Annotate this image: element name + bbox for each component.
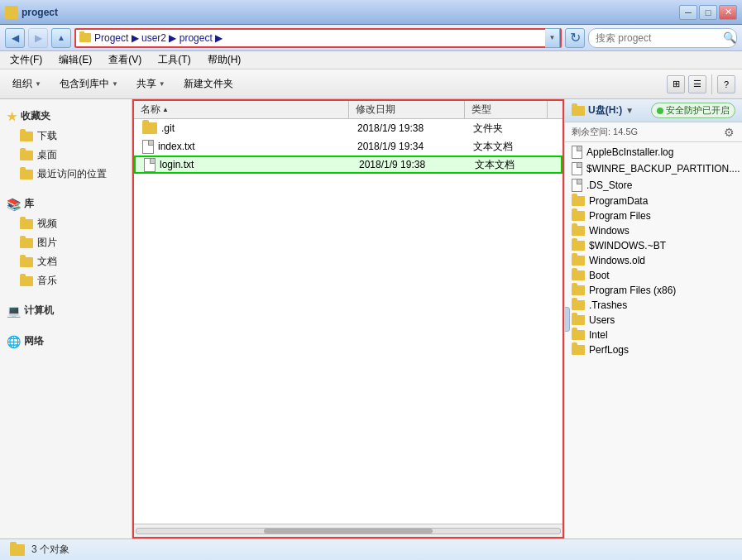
toolbar-separator: [711, 74, 712, 94]
help-button[interactable]: ?: [717, 75, 735, 93]
collapse-button[interactable]: ›: [564, 307, 570, 332]
right-file-item[interactable]: Intel: [565, 328, 742, 342]
sort-arrow-icon: ▲: [162, 106, 169, 113]
close-button[interactable]: ✕: [719, 5, 737, 20]
sidebar-item-pictures[interactable]: 图片: [0, 233, 132, 252]
file-row[interactable]: index.txt 2018/1/9 19:34 文本文档: [134, 137, 562, 156]
right-file-item[interactable]: .Trashes: [565, 298, 742, 313]
sidebar-item-recent[interactable]: 最近访问的位置: [0, 165, 132, 184]
menu-view[interactable]: 查看(V): [105, 51, 145, 69]
security-dot: [657, 108, 663, 114]
menu-bar: 文件(F) 编辑(E) 查看(V) 工具(T) 帮助(H): [0, 51, 742, 69]
address-path: Progect ▶ user2 ▶ progect ▶: [94, 32, 223, 44]
back-button[interactable]: ◀: [5, 28, 25, 48]
organize-button[interactable]: 组织 ▼: [7, 74, 47, 94]
sidebar-item-documents[interactable]: 文档: [0, 252, 132, 271]
doc-icon: [142, 140, 154, 154]
sidebar-computer-header[interactable]: 💻 计算机: [0, 300, 132, 321]
search-input[interactable]: [596, 32, 720, 44]
security-badge: 安全防护已开启: [651, 103, 735, 118]
sidebar-libraries-header[interactable]: 📚 库: [0, 194, 132, 214]
file-name: Windows.old: [589, 255, 645, 266]
folder-icon: [572, 285, 585, 295]
toolbar-right: ⊞ ☰ ?: [667, 74, 735, 94]
new-folder-button[interactable]: 新建文件夹: [178, 74, 239, 94]
folder-icon: [572, 345, 585, 355]
right-file-item[interactable]: $WINDOWS.~BT: [565, 238, 742, 253]
sidebar-downloads-label: 下载: [37, 129, 57, 143]
sidebar-item-video[interactable]: 视频: [0, 214, 132, 233]
right-file-item[interactable]: Program Files (x86): [565, 283, 742, 298]
right-panel-header: U盘(H:) ▼ 安全防护已开启: [565, 99, 742, 122]
scroll-track: [136, 528, 561, 534]
new-folder-label: 新建文件夹: [184, 77, 233, 91]
sidebar-network-header[interactable]: 🌐 网络: [0, 331, 132, 352]
menu-edit[interactable]: 编辑(E): [55, 51, 95, 69]
dropdown-icon[interactable]: ▼: [625, 106, 634, 115]
horizontal-scrollbar[interactable]: [134, 524, 562, 537]
address-dropdown[interactable]: ▼: [545, 28, 560, 48]
minimize-button[interactable]: ─: [679, 5, 697, 20]
right-file-item[interactable]: Windows: [565, 223, 742, 238]
sidebar-music-label: 音乐: [37, 274, 57, 288]
file-name: login.txt: [160, 159, 194, 170]
right-file-item[interactable]: Windows.old: [565, 253, 742, 268]
sidebar-item-music[interactable]: 音乐: [0, 271, 132, 290]
toolbar: 组织 ▼ 包含到库中 ▼ 共享 ▼ 新建文件夹 ⊞ ☰ ?: [0, 69, 742, 99]
right-file-item[interactable]: ProgramData: [565, 194, 742, 208]
share-arrow: ▼: [159, 80, 165, 88]
file-name: Program Files (x86): [589, 285, 676, 296]
sidebar-item-desktop[interactable]: 桌面: [0, 146, 132, 165]
file-name: PerfLogs: [589, 344, 629, 356]
right-file-item[interactable]: Users: [565, 313, 742, 328]
menu-tools[interactable]: 工具(T): [155, 51, 194, 69]
forward-button[interactable]: ▶: [28, 28, 48, 48]
col-header-name[interactable]: 名称 ▲: [134, 101, 349, 118]
gear-button[interactable]: ⚙: [724, 126, 739, 141]
right-file-item[interactable]: $WINRE_BACKUP_PARTITION....: [565, 160, 742, 177]
status-item-count: 3 个对象: [31, 543, 69, 557]
share-button[interactable]: 共享 ▼: [131, 74, 171, 94]
doc-icon: [572, 146, 582, 159]
sidebar-item-downloads[interactable]: 下载: [0, 127, 132, 146]
file-row[interactable]: .git 2018/1/9 19:38 文件夹: [134, 119, 562, 137]
search-box: 🔍: [588, 28, 737, 48]
file-list-header: 名称 ▲ 修改日期 类型: [134, 101, 562, 119]
storage-info: 剩余空间: 14.5G: [565, 122, 742, 142]
file-type: 文件夹: [467, 120, 549, 137]
view-details-button[interactable]: ☰: [688, 75, 706, 93]
organize-arrow: ▼: [35, 80, 41, 88]
scroll-thumb[interactable]: [264, 529, 433, 534]
col-type-label: 类型: [472, 103, 491, 117]
view-toggle-button[interactable]: ⊞: [667, 75, 685, 93]
menu-file[interactable]: 文件(F): [7, 51, 45, 69]
right-file-item[interactable]: .DS_Store: [565, 177, 742, 194]
sidebar-favorites-header[interactable]: ★ 收藏夹: [0, 106, 132, 127]
folder-icon: [142, 122, 157, 134]
sidebar-computer-section: 💻 计算机: [0, 300, 132, 321]
menu-help[interactable]: 帮助(H): [204, 51, 245, 69]
right-file-item[interactable]: AppleBcInstaller.log: [565, 144, 742, 160]
col-header-date[interactable]: 修改日期: [349, 101, 465, 118]
sidebar-video-label: 视频: [37, 217, 57, 231]
status-folder-icon: [10, 544, 25, 556]
right-file-item[interactable]: Program Files: [565, 208, 742, 223]
sidebar-libraries-label: 库: [24, 197, 34, 211]
up-button[interactable]: ▲: [51, 28, 71, 48]
maximize-button[interactable]: □: [699, 5, 717, 20]
folder-icon: [572, 300, 585, 310]
right-file-item[interactable]: PerfLogs: [565, 342, 742, 357]
file-row[interactable]: login.txt 2018/1/9 19:38 文本文档: [134, 156, 562, 174]
right-file-item[interactable]: Boot: [565, 268, 742, 283]
folder-icon: [572, 241, 585, 251]
organize-label: 组织: [12, 77, 32, 91]
col-header-type[interactable]: 类型: [465, 101, 548, 118]
library-button[interactable]: 包含到库中 ▼: [54, 74, 124, 94]
sidebar-favorites-section: ★ 收藏夹 下载 桌面 最近访问的位置: [0, 106, 132, 184]
file-name: .git: [161, 122, 175, 134]
refresh-button[interactable]: ↻: [565, 28, 585, 48]
folder-icon: [20, 132, 33, 141]
search-icon[interactable]: 🔍: [723, 31, 736, 44]
folder-icon: [20, 257, 33, 267]
folder-icon: [572, 330, 585, 340]
